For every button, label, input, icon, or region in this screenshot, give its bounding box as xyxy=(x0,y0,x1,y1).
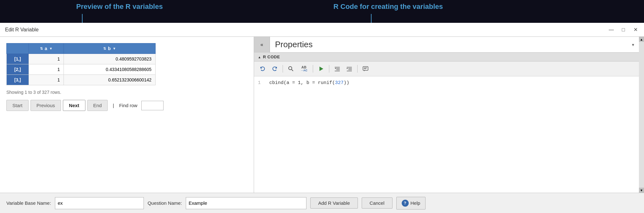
maximize-button[interactable]: □ xyxy=(620,26,627,33)
col-a-label: a xyxy=(45,46,47,51)
toolbar-sep-2 xyxy=(313,65,313,73)
rcode-header: ▴ R CODE xyxy=(254,53,639,61)
annotation-right: R Code for creating the variables xyxy=(333,3,443,11)
table-row: [2,] 1 0.43341080588288605 xyxy=(7,64,156,75)
right-panel-wrapper: « Properties ▾ ▴ R CODE xyxy=(254,37,644,193)
svg-marker-7 xyxy=(335,68,336,69)
close-button[interactable]: ✕ xyxy=(632,26,639,33)
content-area: ⇅ a ▼ ⇅ b ▼ xyxy=(0,37,644,193)
scrollbar[interactable]: ▲ ▼ xyxy=(639,37,644,193)
properties-header: « Properties ▾ xyxy=(254,37,639,53)
collapse-button[interactable]: « xyxy=(254,37,270,53)
run-button[interactable] xyxy=(316,63,326,74)
code-editor[interactable]: 1 cbind(a = 1, b = runif(327)) xyxy=(254,76,639,193)
right-panel: « Properties ▾ ▴ R CODE xyxy=(254,37,639,193)
toolbar-sep-3 xyxy=(329,65,329,73)
find-row-label: | xyxy=(113,103,114,108)
showing-text: Showing 1 to 3 of 327 rows. xyxy=(6,90,247,95)
col-b-label: b xyxy=(108,46,111,51)
code-toolbar: AB →AC xyxy=(254,61,639,76)
table-row: [1,] 1 0.4809592703823 xyxy=(7,54,156,64)
dialog-title: Edit R Variable xyxy=(5,27,39,33)
cell-b: 0.6521323006600142 xyxy=(64,75,156,85)
window-controls: — □ ✕ xyxy=(608,26,639,33)
var-name-input[interactable] xyxy=(55,197,144,209)
cell-b: 0.4809592703823 xyxy=(64,54,156,64)
sort-a-icon: ⇅ xyxy=(40,47,43,51)
add-r-variable-button[interactable]: Add R Variable xyxy=(310,197,358,209)
code-line-1: cbind(a = 1, b = runif(327)) xyxy=(269,80,349,189)
left-panel: ⇅ a ▼ ⇅ b ▼ xyxy=(0,37,254,193)
minimize-button[interactable]: — xyxy=(608,26,615,33)
start-button[interactable]: Start xyxy=(6,100,29,111)
row-label: [2,] xyxy=(7,64,29,75)
svg-point-0 xyxy=(289,67,292,70)
filter-a-icon[interactable]: ▼ xyxy=(49,47,53,50)
scroll-down-button[interactable]: ▼ xyxy=(639,188,644,193)
question-name-input[interactable] xyxy=(186,197,306,209)
scroll-up-button[interactable]: ▲ xyxy=(639,37,644,42)
outdent-button[interactable] xyxy=(344,63,355,74)
svg-marker-12 xyxy=(347,68,348,69)
sort-b-icon: ⇅ xyxy=(103,47,106,51)
table-row: [3,] 1 0.6521323006600142 xyxy=(7,75,156,85)
undo-button[interactable] xyxy=(257,63,268,74)
cell-a: 1 xyxy=(29,64,64,75)
help-icon: ? xyxy=(402,200,409,207)
line-number-1: 1 xyxy=(258,80,264,189)
question-name-label: Question Name: xyxy=(148,200,182,206)
rcode-section: ▴ R CODE xyxy=(254,53,639,193)
toolbar-sep-4 xyxy=(357,65,358,73)
svg-line-1 xyxy=(292,69,293,71)
annotation-left: Preview of the R variables xyxy=(76,3,163,11)
table-header-a: ⇅ a ▼ xyxy=(29,43,64,54)
annotation-bar: Preview of the R variables R Code for cr… xyxy=(0,0,644,23)
row-label: [1,] xyxy=(7,54,29,64)
properties-title: Properties xyxy=(270,40,629,49)
filter-b-icon[interactable]: ▼ xyxy=(113,47,116,50)
var-name-label: Variable Base Name: xyxy=(6,200,51,206)
cell-a: 1 xyxy=(29,54,64,64)
title-bar: Edit R Variable — □ ✕ xyxy=(0,23,644,37)
comment-button[interactable] xyxy=(360,63,371,74)
row-label: [3,] xyxy=(7,75,29,85)
nav-buttons: Start Previous Next End | Find row xyxy=(6,100,247,111)
code-func-cbind: cbind(a = 1, b = runif( xyxy=(269,80,335,86)
indent-button[interactable] xyxy=(332,63,343,74)
data-table: ⇅ a ▼ ⇅ b ▼ xyxy=(6,43,156,85)
cell-a: 1 xyxy=(29,75,64,85)
cell-b: 0.43341080588288605 xyxy=(64,64,156,75)
rcode-label: R CODE xyxy=(263,55,280,59)
find-row-input[interactable] xyxy=(141,101,164,110)
redo-button[interactable] xyxy=(269,63,280,74)
bottom-bar: Variable Base Name: Question Name: Add R… xyxy=(0,193,644,213)
help-button[interactable]: ? Help xyxy=(396,197,426,210)
rcode-content: AB →AC xyxy=(254,61,639,193)
svg-marker-2 xyxy=(319,67,323,71)
find-row-text: Find row xyxy=(119,103,138,108)
rcode-collapse-icon[interactable]: ▴ xyxy=(258,55,260,59)
dialog: Edit R Variable — □ ✕ ⇅ a ▼ xyxy=(0,23,644,213)
help-label: Help xyxy=(411,200,420,206)
toolbar-sep-1 xyxy=(283,65,283,73)
next-button[interactable]: Next xyxy=(63,100,85,111)
properties-dropdown-icon[interactable]: ▾ xyxy=(629,42,639,47)
code-number-327: 327 xyxy=(335,80,344,86)
code-paren-close: )) xyxy=(344,80,349,86)
cancel-button[interactable]: Cancel xyxy=(362,197,392,209)
table-header-row xyxy=(7,43,29,54)
find-button[interactable] xyxy=(285,63,296,74)
table-header-b: ⇅ b ▼ xyxy=(64,43,156,54)
svg-rect-13 xyxy=(363,67,368,70)
end-button[interactable]: End xyxy=(87,100,108,111)
replace-button[interactable]: AB →AC xyxy=(298,63,310,74)
previous-button[interactable]: Previous xyxy=(30,100,61,111)
